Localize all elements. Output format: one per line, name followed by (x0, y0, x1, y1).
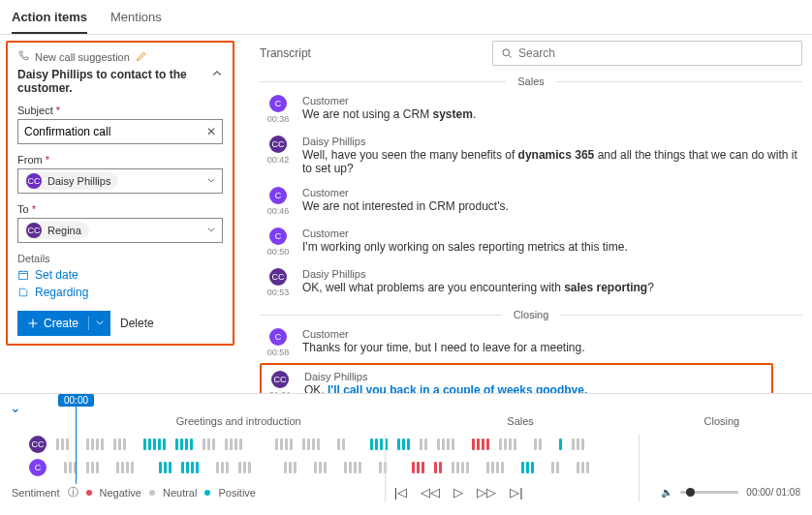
playhead[interactable]: 00:00 (58, 394, 94, 484)
chevron-down-icon[interactable] (206, 224, 216, 237)
speaker-name: Customer (302, 95, 798, 106)
avatar: CC (271, 371, 289, 388)
segment-label: Closing (641, 415, 802, 427)
play-icon[interactable]: ▷ (453, 485, 463, 500)
transcript-row[interactable]: CC00:53Dasiy PhillipsOK, well what probl… (260, 262, 802, 303)
speaker-name: Daisy Phillips (304, 371, 767, 382)
avatar: C (29, 459, 47, 476)
clear-icon[interactable]: ✕ (206, 125, 216, 138)
tab-mentions[interactable]: Mentions (110, 6, 162, 34)
speaker-name: Customer (302, 187, 798, 198)
utterance-text: OK, well what problems are you encounter… (302, 281, 798, 294)
create-button[interactable]: Create (17, 311, 110, 336)
avatar: C (269, 227, 287, 245)
utterance-text: Thanks for your time, but I need to leav… (302, 341, 798, 354)
sentiment-legend: Sentiment ⓘ Negative Neutral Positive (12, 485, 256, 500)
delete-button[interactable]: Delete (120, 317, 154, 330)
avatar: CC (269, 268, 287, 286)
avatar: C (269, 187, 287, 204)
timestamp: 00:42 (267, 155, 290, 165)
utterance-text: We are not using a CRM system. (302, 107, 798, 121)
search-input[interactable] (518, 46, 794, 60)
avatar: CC (26, 223, 42, 238)
action-title: Daisy Phillips to contact to the custome… (17, 68, 202, 95)
transcript-row[interactable]: CC01:01Daisy PhillipsOK, I'll call you b… (260, 363, 773, 393)
regarding-link[interactable]: Regarding (17, 286, 223, 299)
svg-point-1 (503, 49, 510, 56)
transcript-list: SalesC00:38CustomerWe are not using a CR… (260, 70, 802, 393)
tab-action-items[interactable]: Action items (12, 6, 87, 34)
transcript-row[interactable]: CC00:42Daisy PhillipsWell, have you seen… (260, 130, 802, 181)
utterance-text: We are not interested in CRM product's. (302, 199, 798, 213)
timestamp: 00:50 (267, 247, 290, 257)
volume-icon[interactable]: 🔈 (661, 487, 672, 498)
speaker-name: Customer (302, 328, 798, 340)
suggestion-label: New call suggestion (35, 51, 130, 63)
search-icon (501, 47, 513, 59)
utterance-text: Well, have you seen the many benefits of… (302, 148, 798, 175)
speaker-name: Dasiy Phillips (302, 268, 798, 280)
transcript-row[interactable]: C00:50CustomerI'm working only working o… (260, 222, 802, 262)
timestamp: 00:53 (267, 288, 290, 297)
speaker-track-customer: C (10, 456, 802, 479)
transcript-row[interactable]: C00:38CustomerWe are not using a CRM sys… (260, 89, 802, 130)
details-label: Details (17, 253, 223, 264)
time-elapsed: 00:00/ 01:08 (746, 487, 800, 498)
from-label: From * (17, 154, 223, 166)
tabs-bar: Action items Mentions (0, 0, 812, 35)
avatar: C (269, 95, 287, 112)
segment-label: Greetings and introduction (78, 415, 399, 427)
info-icon[interactable]: ⓘ (68, 485, 78, 500)
subject-label: Subject * (17, 105, 223, 116)
speaker-track-agent: CC (10, 433, 802, 456)
avatar: CC (269, 136, 287, 153)
action-item-card: New call suggestion Daisy Phillips to co… (6, 41, 234, 346)
edit-icon[interactable] (136, 50, 147, 64)
timeline-panel: ⌄ 00:00 Greetings and introduction Sales… (0, 393, 812, 481)
rewind-icon[interactable]: ◁◁ (421, 485, 440, 500)
avatar: C (269, 328, 287, 346)
subject-input[interactable] (24, 125, 206, 138)
timestamp: 00:38 (267, 114, 290, 124)
transcript-title: Transcript (260, 46, 311, 60)
utterance-text: OK, I'll call you back in a couple of we… (304, 383, 767, 393)
timestamp: 00:58 (267, 348, 290, 357)
to-label: To * (17, 203, 223, 215)
speaker-name: Customer (302, 227, 798, 239)
subject-field[interactable]: ✕ (17, 119, 223, 144)
playback-controls: |◁ ◁◁ ▷ ▷▷ ▷| (394, 485, 523, 500)
collapse-icon[interactable] (211, 68, 223, 82)
to-field[interactable]: CCRegina (17, 218, 223, 243)
utterance-text: I'm working only working on sales report… (302, 240, 798, 254)
set-date-link[interactable]: Set date (17, 268, 223, 282)
avatar: CC (29, 436, 47, 453)
skip-end-icon[interactable]: ▷| (510, 485, 522, 500)
transcript-row[interactable]: C00:58CustomerThanks for your time, but … (260, 322, 802, 363)
speaker-name: Daisy Phillips (302, 136, 798, 147)
segment-label: Sales (399, 415, 640, 427)
search-box[interactable] (492, 41, 802, 66)
svg-rect-0 (19, 271, 28, 279)
skip-start-icon[interactable]: |◁ (394, 485, 407, 500)
chevron-down-icon[interactable] (206, 174, 216, 188)
from-field[interactable]: CCDaisy Phillips (17, 168, 223, 194)
timestamp: 00:46 (267, 206, 290, 216)
forward-icon[interactable]: ▷▷ (477, 485, 496, 500)
create-split-chevron[interactable] (88, 317, 110, 330)
collapse-timeline-icon[interactable]: ⌄ (10, 400, 21, 415)
avatar: CC (26, 173, 42, 189)
transcript-row[interactable]: C00:46CustomerWe are not interested in C… (260, 181, 802, 222)
phone-icon (17, 50, 29, 64)
volume-slider[interactable] (680, 491, 738, 494)
